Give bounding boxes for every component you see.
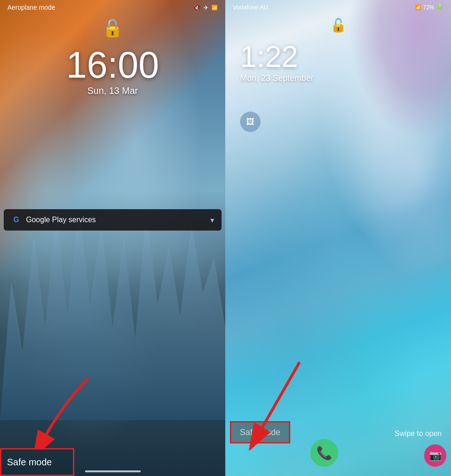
right-clock: 1:22	[240, 42, 314, 72]
left-clock: 16:00	[66, 46, 159, 84]
right-signal-icon: 📶	[415, 4, 421, 10]
right-date: Mon, 23 September	[240, 73, 314, 83]
mute-icon: 🔇	[193, 4, 201, 11]
left-status-icons: 🔇 ✈ 📶	[193, 4, 218, 11]
right-status-bar: Vodafone AU 📶 72% 🔋	[225, 0, 451, 14]
left-lock-icon: 🔓	[102, 19, 123, 38]
google-play-notification[interactable]: G Google Play services ▾	[4, 209, 222, 231]
right-camera-icon[interactable]: 📷	[424, 444, 446, 467]
left-status-aeroplane: Aeroplane mode	[7, 4, 55, 11]
left-phone-panel: Aeroplane mode 🔇 ✈ 📶 🔓 16:00 Sun, 13 Mar…	[0, 0, 225, 476]
right-phone-panel: Vodafone AU 📶 72% 🔋 🔓 1:22 Mon, 23 Septe…	[225, 0, 451, 476]
left-date: Sun, 13 Mar	[66, 86, 159, 96]
left-bottom-bar	[85, 470, 141, 472]
left-red-arrow	[28, 374, 102, 448]
right-lock-icon: 🔓	[330, 18, 346, 33]
right-battery-icon: 🔋	[436, 4, 444, 11]
google-g-icon: G	[11, 215, 21, 225]
left-time-display: 16:00 Sun, 13 Mar	[66, 46, 159, 96]
right-lock-symbol: 🔓	[330, 18, 346, 33]
left-safe-mode-text: Safe mode	[7, 457, 52, 468]
camera-symbol: 📷	[429, 450, 442, 462]
right-widget-icon[interactable]: 🖼	[240, 112, 261, 132]
swipe-to-open-label: Swipe to open	[395, 430, 442, 438]
phone-symbol: 📞	[316, 445, 333, 461]
google-play-label: Google Play services	[26, 216, 96, 224]
right-time-display: 1:22 Mon, 23 September	[240, 42, 314, 83]
right-status-icons: 📶 72% 🔋	[415, 4, 444, 11]
image-icon: 🖼	[246, 117, 255, 127]
left-status-bar: Aeroplane mode 🔇 ✈ 📶	[0, 0, 225, 15]
right-battery-text: 72%	[423, 4, 434, 11]
signal-icon: 📶	[211, 5, 218, 11]
left-safe-mode-box: Safe mode	[0, 448, 74, 476]
right-red-arrow	[225, 357, 318, 450]
right-purple-blob	[349, 0, 451, 139]
google-play-content: G Google Play services	[11, 215, 96, 225]
right-carrier-text: Vodafone AU	[233, 4, 268, 11]
chevron-down-icon: ▾	[210, 216, 214, 225]
lock-symbol: 🔓	[102, 19, 123, 38]
aeroplane-icon: ✈	[203, 4, 209, 11]
